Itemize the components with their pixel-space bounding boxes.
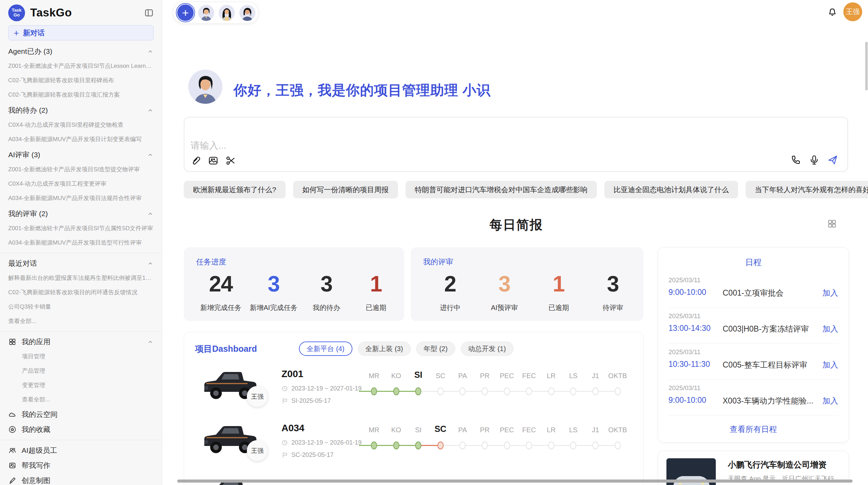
sidebar-item-label: 我的云空间	[22, 410, 58, 419]
suggestion-chip[interactable]: 特朗普可能对进口汽车增税会对中国车企造成哪些影响	[406, 181, 597, 198]
milestone-dot	[615, 387, 621, 395]
dashboard-tab[interactable]: 年型 (2)	[416, 341, 455, 356]
conversation-item[interactable]: Z001-全新燃油皮卡产品开发项目SI节点Lesson Learn报告	[8, 59, 154, 73]
grid-icon	[8, 338, 16, 346]
agent-avatar-3[interactable]	[239, 5, 255, 21]
app-sub-item[interactable]: 产品管理	[8, 364, 154, 378]
vertical-scrollbar[interactable]	[865, 42, 868, 90]
sidebar-item-cloud-icon[interactable]: 我的云空间	[8, 407, 154, 422]
sidebar-sections: Agent已办 (3)Z001-全新燃油皮卡产品开发项目SI节点Lesson L…	[8, 44, 154, 332]
milestone-label: PA	[458, 426, 467, 434]
stat: 2进行中	[430, 273, 471, 312]
join-link[interactable]: 加入	[822, 288, 838, 298]
layout-grid-icon[interactable]	[827, 219, 837, 229]
agent-avatar-1[interactable]	[198, 5, 214, 21]
schedule-title: 日程	[658, 257, 848, 268]
image-icon[interactable]	[207, 155, 219, 166]
sidebar-section-label: 最近对话	[8, 259, 37, 268]
milestone-label: OKTB	[608, 372, 627, 380]
conversation-item[interactable]: A034-全新新能源MUV产品开发项目造型可行性评审	[8, 236, 154, 250]
sidebar-item-people-icon[interactable]: AI超级员工	[8, 443, 154, 458]
sidebar-item-my-apps[interactable]: 我的应用	[8, 334, 154, 349]
stat: 3我的待办	[306, 273, 347, 312]
app-logo: Task Go	[8, 4, 25, 21]
sidebar-collapse-icon[interactable]	[144, 8, 154, 17]
suggestion-chip[interactable]: 欧洲新规最近颁布了什么?	[184, 181, 286, 198]
chevron-up-icon[interactable]	[147, 211, 154, 217]
app-sub-item[interactable]: 变更管理	[8, 378, 154, 393]
join-link[interactable]: 加入	[822, 360, 838, 370]
milestone-dot	[482, 387, 488, 395]
milestone-dot	[504, 442, 510, 449]
dashboard-tab[interactable]: 全新上装 (3)	[358, 341, 411, 356]
conversation-item[interactable]: C02-飞腾新能源轻客改款项目的闭环通告反馈情况	[8, 285, 154, 300]
stat: 1已逾期	[538, 273, 579, 312]
scissors-icon[interactable]	[225, 155, 237, 166]
conversation-item[interactable]: A034-全新新能源MUV产品开发项目法规符合性评审	[8, 191, 154, 206]
stat: 3新增AI完成任务	[250, 273, 298, 312]
view-all-schedule-link[interactable]: 查看所有日程	[658, 424, 848, 435]
milestone-dot	[437, 442, 444, 449]
milestone-label: LS	[569, 426, 577, 434]
horizontal-scrollbar[interactable]	[177, 480, 853, 483]
sidebar-section-header[interactable]: AI评审 (3)	[8, 147, 154, 162]
conversation-item[interactable]: A034-全新新能源MUV产品开发项目计划变更表编写	[8, 132, 154, 147]
user-avatar[interactable]: 王强	[843, 2, 862, 21]
dashboard-tab[interactable]: 全新平台 (4)	[299, 341, 352, 356]
sidebar-section-header[interactable]: 我的评审 (2)	[8, 206, 154, 221]
notification-bell-icon[interactable]	[827, 6, 838, 17]
conversation-item[interactable]: Z001-全新燃油轻卡产品开发项目SI造型提交物评审	[8, 162, 154, 177]
sidebar-header: Task Go TaskGo	[8, 0, 154, 25]
project-date-range: 2023-12-19 ~ 2026-01-19	[291, 439, 362, 446]
add-agent-button[interactable]: +	[177, 4, 194, 21]
conversation-item[interactable]: 查看全部...	[8, 314, 154, 328]
sidebar-section-header[interactable]: Agent已办 (3)	[8, 44, 154, 59]
flag-icon	[281, 452, 288, 458]
stat: 24新增完成任务	[200, 273, 241, 312]
join-link[interactable]: 加入	[822, 324, 838, 334]
sidebar-section-header[interactable]: 最近对话	[8, 256, 154, 271]
project-flag-label: SC-2025-05-17	[291, 451, 334, 459]
chevron-up-icon[interactable]	[147, 260, 154, 267]
suggestion-chip[interactable]: 如何写一份清晰的项目周报	[293, 181, 398, 198]
conversation-item[interactable]: C02-飞腾新能源轻客改款项目立项汇报方案	[8, 88, 154, 102]
conversation-item[interactable]: C02-飞腾新能源轻客改款项目里程碑画布	[8, 73, 154, 88]
star-badge-icon	[8, 425, 16, 434]
app-sub-item[interactable]: 查看全部...	[8, 393, 154, 407]
attachment-icon[interactable]	[190, 155, 202, 166]
stat-label: 新增AI完成任务	[250, 303, 298, 312]
conversation-item[interactable]: C0X4-动力总成开发项目SI里程碑提交物检查	[8, 118, 154, 132]
chevron-up-icon[interactable]	[147, 107, 154, 114]
milestone-dot	[526, 442, 532, 449]
microphone-icon[interactable]	[808, 154, 820, 166]
join-link[interactable]: 加入	[822, 396, 838, 406]
conversation-item[interactable]: 解释最新出台的欧盟报废车法规再生塑料比例被调至15%...	[8, 271, 154, 285]
conversation-item[interactable]: 公司Q3轻卡销量	[8, 300, 154, 314]
conversation-item[interactable]: Z001-全新燃油轻卡产品开发项目SI节点属性5D文件评审	[8, 221, 154, 236]
sidebar-item-star-badge-icon[interactable]: 我的收藏	[8, 422, 154, 437]
new-chat-button[interactable]: + 新对话	[8, 25, 154, 40]
dashboard-title: 项目Dashboard	[195, 343, 257, 355]
sidebar-section-header[interactable]: 我的待办 (2)	[8, 103, 154, 118]
milestone-label: LS	[569, 372, 577, 380]
app-sub-item[interactable]: 项目管理	[8, 349, 154, 364]
dashboard-tab[interactable]: 动总开发 (1)	[461, 341, 514, 356]
milestone-label: SC	[434, 424, 446, 434]
new-chat-label: 新对话	[23, 28, 45, 38]
agent-switcher: +	[173, 2, 259, 24]
phone-icon[interactable]	[790, 154, 801, 166]
chevron-up-icon[interactable]	[147, 339, 154, 345]
milestone-dot	[570, 442, 576, 449]
stat-value: 3	[592, 273, 634, 296]
sidebar-item-photo-icon[interactable]: 帮我写作	[8, 458, 154, 473]
send-icon[interactable]	[827, 154, 839, 166]
chevron-up-icon[interactable]	[147, 152, 154, 158]
chat-input[interactable]: 请输入...	[184, 117, 848, 172]
conversation-item[interactable]: C0X4-动力总成开发项目工程变更评审	[8, 177, 154, 191]
suggestion-chip[interactable]: 比亚迪全固态电池计划具体说了什么	[604, 181, 738, 198]
stat-label: AI预评审	[484, 303, 525, 312]
agent-avatar-2[interactable]	[219, 5, 235, 21]
chevron-up-icon[interactable]	[147, 48, 154, 55]
suggestion-chip[interactable]: 当下年轻人对汽车外观有怎样的喜好趋势	[746, 181, 868, 198]
sidebar-item-pen-icon[interactable]: 创意制图	[8, 473, 154, 485]
